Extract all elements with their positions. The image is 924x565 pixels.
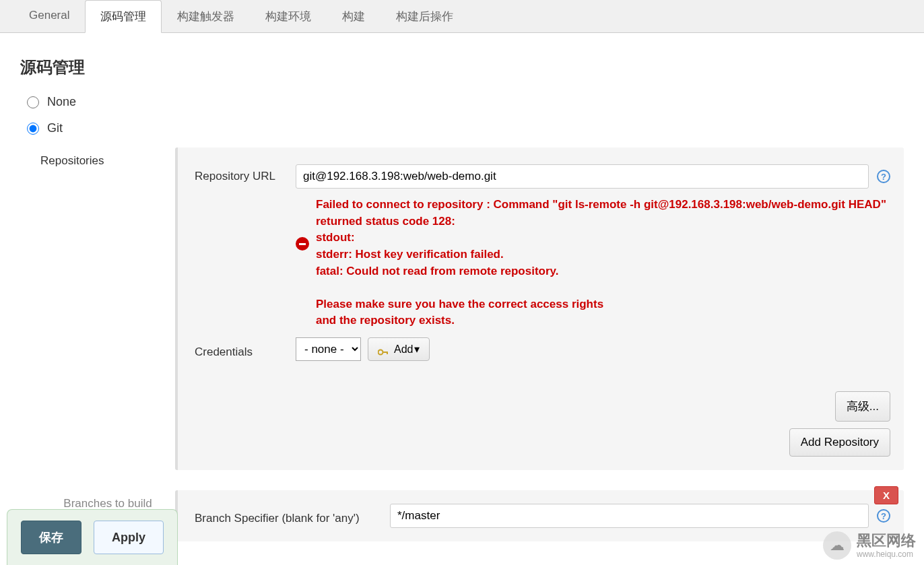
error-icon <box>296 237 309 251</box>
tab-post[interactable]: 构建后操作 <box>381 0 469 32</box>
add-repository-button[interactable]: Add Repository <box>789 428 890 457</box>
repositories-body: Repository URL ? Failed to connect to re… <box>175 147 904 470</box>
error-text: Failed to connect to repository : Comman… <box>316 197 890 329</box>
section-title-scm: 源码管理 <box>20 57 904 78</box>
watermark-icon: ☁ <box>823 531 851 555</box>
scm-git-label: Git <box>47 121 63 135</box>
add-credentials-label: Add <box>394 343 413 356</box>
apply-button[interactable]: Apply <box>94 521 164 554</box>
scm-none-label: None <box>47 95 76 109</box>
config-tabs: General 源码管理 构建触发器 构建环境 构建 构建后操作 <box>0 0 924 33</box>
delete-branch-button[interactable]: X <box>874 486 898 504</box>
branch-specifier-input[interactable] <box>390 504 869 528</box>
credentials-select[interactable]: - none - <box>296 337 361 361</box>
save-button[interactable]: 保存 <box>21 521 81 554</box>
watermark-url: www.heiqu.com <box>857 550 916 555</box>
radio-none[interactable] <box>27 96 39 108</box>
credentials-label: Credentials <box>195 340 296 359</box>
tab-env[interactable]: 构建环境 <box>250 0 327 32</box>
error-block: Failed to connect to repository : Comman… <box>296 197 890 329</box>
branch-specifier-label: Branch Specifier (blank for 'any') <box>195 506 390 525</box>
watermark-title: 黑区网络 <box>857 532 916 550</box>
svg-point-0 <box>378 350 383 354</box>
watermark: ☁ 黑区网络 www.heiqu.com <box>823 531 916 555</box>
help-icon[interactable]: ? <box>877 170 890 183</box>
radio-git[interactable] <box>27 123 39 135</box>
repositories-label: Repositories <box>40 147 175 470</box>
add-credentials-button[interactable]: Add ▾ <box>368 337 430 361</box>
repo-url-label: Repository URL <box>195 164 296 183</box>
repo-url-input[interactable] <box>296 164 869 189</box>
advanced-button[interactable]: 高级... <box>835 391 890 422</box>
tab-scm[interactable]: 源码管理 <box>85 0 162 33</box>
svg-rect-2 <box>387 352 388 354</box>
key-icon <box>378 346 389 353</box>
tab-build[interactable]: 构建 <box>327 0 381 32</box>
scm-option-git[interactable]: Git <box>27 121 904 135</box>
tab-triggers[interactable]: 构建触发器 <box>162 0 250 32</box>
tab-general[interactable]: General <box>13 0 85 32</box>
help-icon[interactable]: ? <box>877 509 890 523</box>
bottom-action-bar: 保存 Apply <box>7 509 178 555</box>
branches-body: X Branch Specifier (blank for 'any') ? <box>175 490 904 541</box>
scm-option-none[interactable]: None <box>27 95 904 109</box>
chevron-down-icon: ▾ <box>414 343 420 356</box>
